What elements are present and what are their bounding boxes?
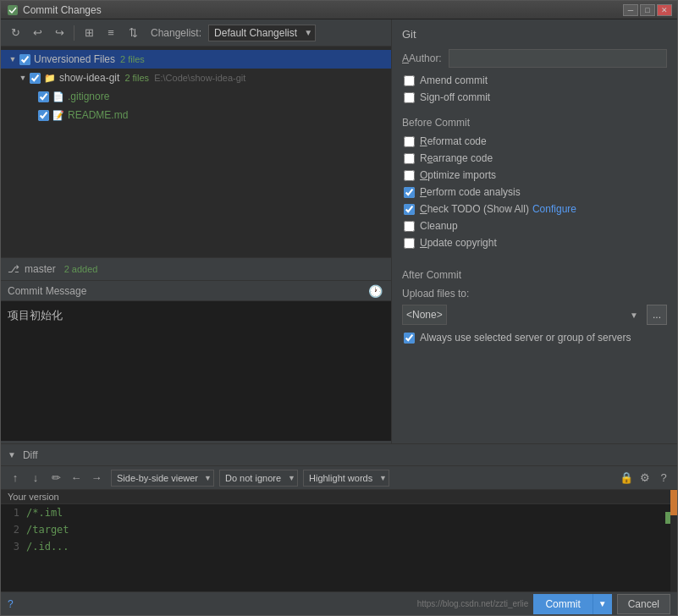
perform-analysis-label[interactable]: Perform code analysis — [420, 186, 521, 198]
expand-button[interactable]: ≡ — [102, 24, 120, 42]
redo-button[interactable]: ↪ — [50, 24, 69, 42]
gitignore-row[interactable]: 📄 .gitignore — [1, 87, 391, 106]
cleanup-checkbox[interactable] — [404, 221, 415, 232]
reformat-code-label[interactable]: Reformat code — [420, 135, 487, 147]
diff-down-button[interactable]: ↓ — [26, 470, 45, 487]
configure-link[interactable]: Configure — [532, 203, 576, 215]
ignore-select-wrapper: Do not ignore ▼ — [219, 470, 298, 487]
diff-version-label: Your version — [1, 490, 677, 504]
diff-settings-button[interactable]: ⚙ — [637, 470, 653, 487]
collapse-button[interactable]: ⇅ — [124, 24, 142, 42]
gitignore-checkbox[interactable] — [38, 91, 49, 102]
diff-line-1: 1 /*.iml — [1, 504, 677, 521]
always-use-label[interactable]: Always use selected server or group of s… — [420, 332, 631, 344]
repo-toggle-icon: ▼ — [18, 73, 28, 83]
changelist-select[interactable]: Default Changelist — [208, 25, 316, 41]
diff-title: Diff — [23, 449, 38, 461]
maximize-button[interactable]: □ — [640, 4, 655, 16]
perform-underline: P — [420, 186, 427, 198]
update-copyright-row: Update copyright — [402, 237, 667, 249]
line-number-2: 2 — [1, 524, 26, 536]
rearrange-code-label[interactable]: Rearrange code — [420, 152, 493, 164]
repo-path-label: E:\Code\show-idea-git — [154, 73, 245, 83]
right-panel: Git AAuthor: Amend commit Sign-off comm — [392, 19, 677, 443]
upload-select[interactable]: <None> — [402, 305, 447, 325]
signoff-commit-checkbox[interactable] — [404, 92, 415, 103]
cancel-button[interactable]: Cancel — [617, 594, 670, 614]
diff-up-button[interactable]: ↑ — [6, 470, 25, 487]
readme-file-icon: 📝 — [52, 110, 64, 121]
title-bar: Commit Changes ─ □ ✕ — [1, 1, 677, 19]
window-icon — [6, 3, 19, 17]
commit-dropdown-button[interactable]: ▼ — [593, 594, 612, 614]
readme-row[interactable]: 📝 README.md — [1, 106, 391, 124]
minimize-button[interactable]: ─ — [623, 4, 638, 16]
toolbar-separator — [74, 25, 74, 41]
bottom-right: https://blog.csdn.net/zzti_erlie Commit … — [417, 594, 670, 614]
upload-select-row: <None> ▼ ... — [402, 305, 667, 325]
upload-more-button[interactable]: ... — [647, 305, 667, 325]
viewer-select[interactable]: Side-by-side viewer — [111, 470, 214, 487]
repo-checkbox[interactable] — [30, 73, 41, 84]
author-label-text: Author: — [409, 52, 442, 64]
cleanup-label[interactable]: Cleanup — [420, 220, 458, 232]
commit-message-label: Commit Message — [8, 285, 86, 297]
readme-checkbox[interactable] — [38, 110, 49, 121]
rearrange-code-checkbox[interactable] — [404, 153, 415, 164]
svg-rect-0 — [8, 5, 18, 15]
amend-commit-checkbox[interactable] — [404, 75, 415, 86]
ignore-select[interactable]: Do not ignore — [219, 470, 298, 487]
commit-button[interactable]: Commit — [533, 594, 592, 614]
branch-icon: ⎇ — [8, 263, 19, 275]
check-todo-checkbox[interactable] — [404, 204, 415, 215]
bottom-help-link[interactable]: ? — [8, 598, 14, 610]
added-badge: 2 added — [64, 264, 98, 274]
status-bar: ⎇ master 2 added — [1, 257, 391, 281]
refresh-button[interactable]: ↻ — [6, 24, 25, 42]
main-content: ↻ ↩ ↪ ⊞ ≡ ⇅ Changelist: Default Changeli… — [1, 19, 677, 443]
undo-button[interactable]: ↩ — [28, 24, 47, 42]
history-button[interactable]: 🕐 — [366, 282, 384, 300]
close-button[interactable]: ✕ — [657, 4, 672, 16]
diff-scrollbar-thumb — [670, 490, 677, 515]
optimize-underline: O — [420, 169, 427, 181]
perform-analysis-checkbox[interactable] — [404, 187, 415, 198]
check-todo-label[interactable]: Check TODO (Show All) — [420, 203, 529, 215]
diff-next-button[interactable]: → — [87, 470, 106, 487]
unversioned-files-row[interactable]: ▼ Unversioned Files 2 files — [1, 50, 391, 69]
highlight-select-wrapper: Highlight words ▼ — [303, 470, 389, 487]
commit-message-header: Commit Message 🕐 — [1, 281, 391, 301]
line-number-3: 3 — [1, 541, 26, 553]
group-button[interactable]: ⊞ — [80, 24, 98, 42]
unversioned-files-checkbox[interactable] — [19, 54, 30, 65]
rearrange-code-row: Rearrange code — [402, 152, 667, 164]
amend-commit-label[interactable]: Amend commit — [420, 74, 488, 86]
repo-name-label: show-idea-git — [59, 72, 119, 84]
left-toolbar: ↻ ↩ ↪ ⊞ ≡ ⇅ Changelist: Default Changeli… — [1, 19, 391, 47]
optimize-imports-label[interactable]: Optimize imports — [420, 169, 496, 181]
update-copyright-label[interactable]: Update copyright — [420, 237, 497, 249]
author-input[interactable] — [449, 49, 667, 68]
always-use-checkbox[interactable] — [404, 333, 415, 344]
repo-row[interactable]: ▼ 📁 show-idea-git 2 files E:\Code\show-i… — [1, 69, 391, 87]
unversioned-toggle-icon: ▼ — [8, 54, 18, 64]
lock-button[interactable]: 🔒 — [618, 470, 635, 487]
diff-prev-button[interactable]: ← — [67, 470, 85, 487]
line-code-1: /*.iml — [26, 507, 63, 519]
commit-btn-group: Commit ▼ — [533, 594, 611, 614]
diff-scrollbar[interactable] — [670, 490, 677, 591]
upload-select-wrapper: <None> ▼ — [402, 305, 643, 325]
update-copyright-checkbox[interactable] — [404, 238, 415, 249]
line-code-3: /.id... — [26, 541, 69, 553]
diff-line-3: 3 /.id... — [1, 538, 677, 555]
commit-message-textarea[interactable]: 项目初始化 — [1, 301, 391, 441]
reformat-code-checkbox[interactable] — [404, 136, 415, 147]
author-label-underline: A — [402, 52, 409, 64]
diff-help-button[interactable]: ? — [655, 470, 672, 487]
check-todo-underline: C — [420, 203, 427, 215]
diff-edit-button[interactable]: ✏ — [47, 470, 65, 487]
signoff-commit-label[interactable]: Sign-off commit — [420, 91, 490, 103]
optimize-imports-checkbox[interactable] — [404, 170, 415, 181]
highlight-select[interactable]: Highlight words — [303, 470, 389, 487]
diff-collapse-icon[interactable]: ▼ — [8, 450, 16, 459]
